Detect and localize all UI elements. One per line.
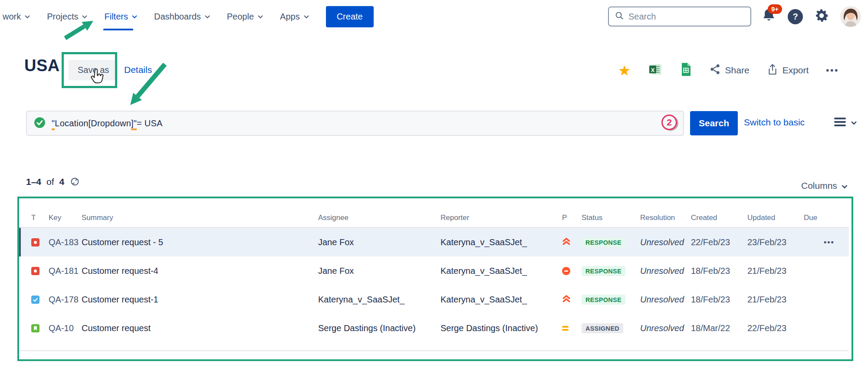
issue-row[interactable]: QA-181 Customer request-4 Jane Fox Kater… <box>19 256 849 285</box>
excel-export-icon[interactable]: X <box>648 62 662 78</box>
issue-reporter[interactable]: Kateryna_v_SaaSJet_ <box>441 295 562 305</box>
switch-to-basic-link[interactable]: Switch to basic <box>744 117 805 128</box>
issue-updated: 22/Feb/23 <box>747 323 804 333</box>
task-icon <box>31 296 39 304</box>
google-sheets-icon[interactable] <box>680 62 692 78</box>
issue-key[interactable]: QA-181 <box>49 266 82 276</box>
nav-right-cluster: 9+ ? <box>608 0 861 33</box>
global-search-input[interactable] <box>628 12 745 22</box>
notifications-button[interactable]: 9+ <box>762 8 777 25</box>
chevron-down-icon <box>841 181 848 191</box>
bell-icon <box>762 17 776 25</box>
issue-created: 18/Feb/23 <box>691 295 747 305</box>
col-header-priority[interactable]: P <box>562 214 582 222</box>
issue-reporter[interactable]: Kateryna_v_SaaSJet_ <box>441 237 562 247</box>
chevron-down-icon <box>851 119 857 127</box>
issue-reporter[interactable]: Kateryna_v_SaaSJet_ <box>441 266 562 276</box>
notification-badge: 9+ <box>768 4 782 14</box>
favorite-star-icon[interactable]: ★ <box>618 63 631 78</box>
nav-item-people[interactable]: People <box>227 12 263 22</box>
issue-summary[interactable]: Customer request-1 <box>82 295 318 305</box>
columns-label: Columns <box>801 181 837 191</box>
priority-medium-icon <box>562 326 582 331</box>
issue-assignee[interactable]: Jane Fox <box>318 237 441 247</box>
col-header-resolution[interactable]: Resolution <box>640 214 691 222</box>
priority-high-icon <box>562 294 582 305</box>
columns-dropdown[interactable]: Columns <box>801 181 848 191</box>
share-icon <box>709 63 721 77</box>
issue-summary[interactable]: Customer request <box>82 323 318 333</box>
details-link[interactable]: Details <box>124 65 152 75</box>
page-title: USA <box>24 56 60 75</box>
issue-resolution: Unresolved <box>640 323 691 333</box>
col-header-reporter[interactable]: Reporter <box>441 214 562 222</box>
global-search-box[interactable] <box>608 7 751 26</box>
col-header-assignee[interactable]: Assignee <box>318 214 441 222</box>
priority-high-icon <box>562 237 582 248</box>
issue-row[interactable]: QA-10 Customer request Serge Dastings (I… <box>19 314 849 342</box>
nav-item-label: work <box>3 12 21 22</box>
issue-resolution: Unresolved <box>640 237 691 247</box>
col-header-updated[interactable]: Updated <box>747 214 804 222</box>
search-button[interactable]: Search <box>690 111 738 135</box>
priority-blocker-icon <box>562 267 570 275</box>
issue-key[interactable]: QA-178 <box>49 295 82 305</box>
status-badge: ASSIGNED <box>582 323 623 334</box>
jql-query-input[interactable]: "Location[Dropdown]"= USA <box>26 111 684 136</box>
question-mark-icon: ? <box>792 12 798 22</box>
issue-key[interactable]: QA-10 <box>49 323 82 333</box>
issue-created: 18/Feb/23 <box>691 266 747 276</box>
nav-item-label: Apps <box>280 12 300 22</box>
issue-assignee[interactable]: Serge Dastings (Inactive) <box>318 323 441 333</box>
status-badge: RESPONSE <box>582 237 625 248</box>
col-header-status[interactable]: Status <box>582 214 640 222</box>
results-range: 1–4 <box>26 177 41 187</box>
nav-item-apps[interactable]: Apps <box>280 12 309 22</box>
nav-item-label: Dashboards <box>154 12 201 22</box>
create-button[interactable]: Create <box>326 6 374 27</box>
row-actions-button[interactable]: ••• <box>824 238 849 247</box>
issue-row[interactable]: QA-178 Customer request-1 Kateryna_v_Saa… <box>19 285 849 314</box>
col-header-key[interactable]: Key <box>49 214 82 222</box>
share-label: Share <box>725 65 750 76</box>
issue-summary[interactable]: Customer request - 5 <box>82 237 318 247</box>
nav-item-label: People <box>227 12 254 22</box>
help-button[interactable]: ? <box>788 9 803 24</box>
svg-text:X: X <box>651 67 654 73</box>
nav-item-projects[interactable]: Projects <box>47 12 88 22</box>
query-options-menu[interactable] <box>834 117 857 128</box>
export-button[interactable]: Export <box>767 63 809 78</box>
issue-assignee[interactable]: Jane Fox <box>318 266 441 276</box>
nav-item-your-work[interactable]: work <box>3 12 30 22</box>
status-badge: RESPONSE <box>582 266 625 276</box>
col-header-created[interactable]: Created <box>691 214 747 222</box>
status-badge: RESPONSE <box>582 295 625 305</box>
save-as-button[interactable]: Save as <box>69 60 118 80</box>
annotation-step-badge: 2 <box>661 115 677 130</box>
jql-field: Location[Dropdown <box>55 118 131 128</box>
issue-summary[interactable]: Customer request-4 <box>82 266 318 276</box>
gear-icon <box>813 18 830 25</box>
hamburger-icon <box>834 117 847 128</box>
nav-item-dashboards[interactable]: Dashboards <box>154 12 210 22</box>
col-header-summary[interactable]: Summary <box>82 214 318 222</box>
nav-item-filters[interactable]: Filters <box>104 12 137 22</box>
bug-icon <box>31 238 39 246</box>
col-header-type[interactable]: T <box>31 214 49 222</box>
issue-updated: 21/Feb/23 <box>747 266 804 276</box>
refresh-icon[interactable] <box>69 176 80 187</box>
more-actions-button[interactable]: ••• <box>826 66 839 76</box>
issue-key[interactable]: QA-183 <box>49 237 82 247</box>
settings-button[interactable] <box>813 7 830 26</box>
issue-assignee[interactable]: Kateryna_v_SaaSJet_ <box>318 295 441 305</box>
chevron-down-icon <box>303 15 309 19</box>
issue-row[interactable]: QA-183 Customer request - 5 Jane Fox Kat… <box>19 228 849 256</box>
top-nav: work Projects Filters Dashboards People … <box>0 0 868 33</box>
chevron-down-icon <box>24 15 30 19</box>
results-total: 4 <box>59 177 65 187</box>
results-count: 1–4 of 4 <box>26 176 80 187</box>
avatar[interactable] <box>840 6 861 27</box>
share-button[interactable]: Share <box>709 63 750 77</box>
issue-reporter[interactable]: Serge Dastings (Inactive) <box>441 323 562 333</box>
col-header-due[interactable]: Due <box>804 214 824 222</box>
